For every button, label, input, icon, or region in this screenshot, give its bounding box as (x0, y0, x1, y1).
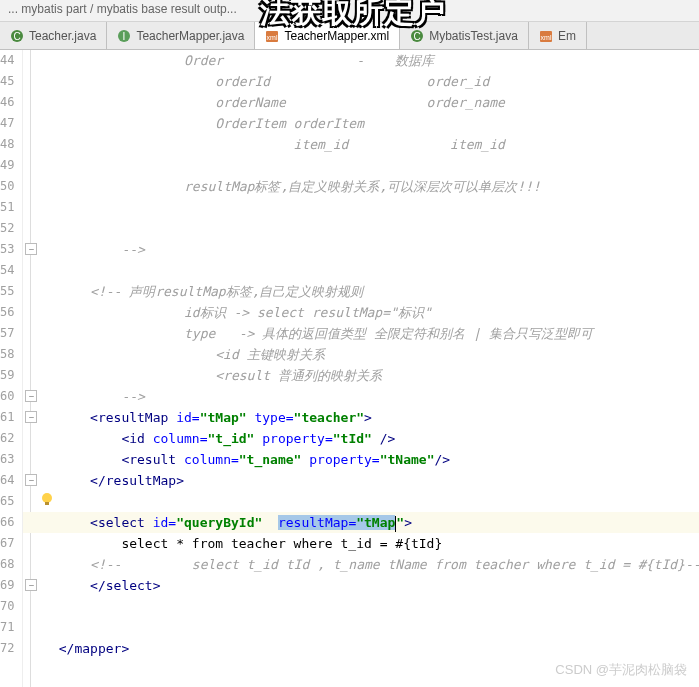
code-line[interactable]: OrderItem orderItem (23, 113, 699, 134)
svg-text:I: I (123, 31, 126, 42)
code-line[interactable] (23, 617, 699, 638)
code-line[interactable]: </mapper> (23, 638, 699, 659)
file-type-icon: C (10, 29, 24, 43)
code-line[interactable]: </select> (23, 575, 699, 596)
line-number: 61 (0, 407, 14, 428)
file-type-icon: xml (539, 29, 553, 43)
line-number: 70 (0, 596, 14, 617)
tab-teachermapper-java[interactable]: ITeacherMapper.java (107, 22, 255, 49)
code-line[interactable]: </resultMap> (23, 470, 699, 491)
code-line[interactable]: orderId order_id (23, 71, 699, 92)
code-line[interactable]: <id 主键映射关系 (23, 344, 699, 365)
code-line[interactable]: id标识 -> select resultMap="标识" (23, 302, 699, 323)
svg-point-10 (42, 493, 52, 503)
code-line[interactable]: <result 普通列的映射关系 (23, 365, 699, 386)
line-number: 72 (0, 638, 14, 659)
code-line[interactable]: <select id="queryById" resultMap="tMap"> (23, 512, 699, 533)
svg-text:C: C (13, 31, 20, 42)
code-line[interactable] (23, 260, 699, 281)
svg-text:xml: xml (540, 34, 551, 41)
line-number: 48 (0, 134, 14, 155)
line-number: 52 (0, 218, 14, 239)
line-number: 71 (0, 617, 14, 638)
line-number: 45 (0, 71, 14, 92)
line-number: 59 (0, 365, 14, 386)
line-number: 47 (0, 113, 14, 134)
line-number: 54 (0, 260, 14, 281)
tab-label: TeacherMapper.java (136, 29, 244, 43)
line-number: 58 (0, 344, 14, 365)
code-line[interactable]: select * from teacher where t_id = #{tId… (23, 533, 699, 554)
code-line[interactable]: Order - 数据库 (23, 50, 699, 71)
line-number: 50 (0, 176, 14, 197)
line-number: 46 (0, 92, 14, 113)
code-line[interactable]: --> (23, 239, 699, 260)
line-number: 53 (0, 239, 14, 260)
code-line[interactable] (23, 491, 699, 512)
code-line[interactable]: <resultMap id="tMap" type="teacher"> (23, 407, 699, 428)
code-line[interactable]: item_id item_id (23, 134, 699, 155)
line-number: 63 (0, 449, 14, 470)
code-editor[interactable]: 4445464748495051525354555657585960616263… (0, 50, 699, 687)
code-line[interactable]: orderName order_name (23, 92, 699, 113)
code-line[interactable] (23, 218, 699, 239)
tab-teacher-java[interactable]: CTeacher.java (0, 22, 107, 49)
line-number: 65 (0, 491, 14, 512)
line-number: 57 (0, 323, 14, 344)
line-number: 49 (0, 155, 14, 176)
svg-rect-11 (45, 502, 49, 505)
line-number: 56 (0, 302, 14, 323)
line-number: 55 (0, 281, 14, 302)
tab-label: Teacher.java (29, 29, 96, 43)
code-line[interactable]: <!-- select t_id tId , t_name tName from… (23, 554, 699, 575)
code-area[interactable]: Order - 数据库 orderId order_id orderName o… (23, 50, 699, 687)
line-number: 62 (0, 428, 14, 449)
line-number: 68 (0, 554, 14, 575)
file-type-icon: I (117, 29, 131, 43)
line-number: 67 (0, 533, 14, 554)
code-line[interactable]: <id column="t_id" property="tId" /> (23, 428, 699, 449)
code-line[interactable] (23, 197, 699, 218)
line-number: 64 (0, 470, 14, 491)
tab-em[interactable]: xmlEm (529, 22, 587, 49)
code-line[interactable]: resultMap标签,自定义映射关系,可以深层次可以单层次!!! (23, 176, 699, 197)
code-line[interactable]: <result column="t_name" property="tName"… (23, 449, 699, 470)
line-number-gutter: 4445464748495051525354555657585960616263… (0, 50, 23, 687)
line-number: 44 (0, 50, 14, 71)
code-line[interactable]: type -> 具体的返回值类型 全限定符和别名 | 集合只写泛型即可 (23, 323, 699, 344)
svg-text:xml: xml (267, 34, 278, 41)
code-line[interactable] (23, 155, 699, 176)
code-line[interactable] (23, 596, 699, 617)
line-number: 69 (0, 575, 14, 596)
line-number: 66 (0, 512, 14, 533)
code-line[interactable]: --> (23, 386, 699, 407)
line-number: 51 (0, 197, 14, 218)
code-line[interactable]: <!-- 声明resultMap标签,自己定义映射规则 (23, 281, 699, 302)
watermark: CSDN @芋泥肉松脑袋 (555, 661, 687, 679)
line-number: 60 (0, 386, 14, 407)
tab-label: Em (558, 29, 576, 43)
overlay-title: 法获取所定户 (260, 0, 446, 33)
